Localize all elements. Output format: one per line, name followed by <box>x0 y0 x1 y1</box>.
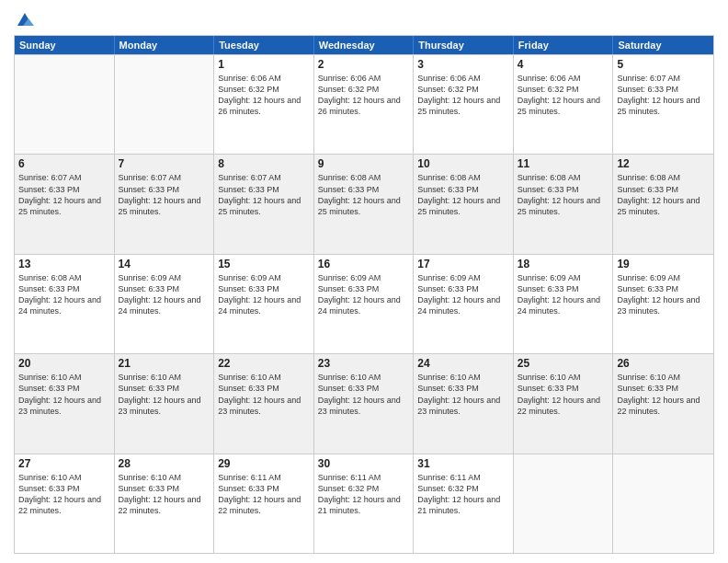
day-number: 5 <box>617 58 710 71</box>
calendar-cell <box>115 55 215 154</box>
day-info: Sunrise: 6:10 AM Sunset: 6:33 PM Dayligh… <box>218 372 310 417</box>
calendar-cell <box>15 55 115 154</box>
day-info: Sunrise: 6:06 AM Sunset: 6:32 PM Dayligh… <box>218 73 310 118</box>
day-number: 13 <box>18 258 110 270</box>
calendar-row: 27Sunrise: 6:10 AM Sunset: 6:33 PM Dayli… <box>15 454 713 553</box>
weekday-header: Wednesday <box>314 36 415 54</box>
day-number: 3 <box>417 58 509 71</box>
calendar-cell: 2Sunrise: 6:06 AM Sunset: 6:32 PM Daylig… <box>314 55 415 154</box>
day-number: 27 <box>18 457 110 470</box>
calendar-cell: 11Sunrise: 6:08 AM Sunset: 6:33 PM Dayli… <box>514 155 614 253</box>
calendar-row: 13Sunrise: 6:08 AM Sunset: 6:33 PM Dayli… <box>15 254 713 353</box>
calendar-cell: 26Sunrise: 6:10 AM Sunset: 6:33 PM Dayli… <box>613 354 713 453</box>
day-info: Sunrise: 6:09 AM Sunset: 6:33 PM Dayligh… <box>518 272 609 317</box>
calendar-cell: 4Sunrise: 6:06 AM Sunset: 6:32 PM Daylig… <box>514 55 614 154</box>
day-info: Sunrise: 6:11 AM Sunset: 6:32 PM Dayligh… <box>417 472 509 517</box>
day-number: 11 <box>518 157 609 170</box>
day-number: 9 <box>318 157 410 170</box>
calendar-cell: 12Sunrise: 6:08 AM Sunset: 6:33 PM Dayli… <box>613 155 713 253</box>
calendar-cell: 8Sunrise: 6:07 AM Sunset: 6:33 PM Daylig… <box>214 155 314 253</box>
calendar-header: SundayMondayTuesdayWednesdayThursdayFrid… <box>15 36 713 54</box>
day-number: 24 <box>417 357 509 370</box>
logo <box>14 9 34 28</box>
day-number: 1 <box>218 58 310 71</box>
day-number: 22 <box>218 357 310 370</box>
day-info: Sunrise: 6:08 AM Sunset: 6:33 PM Dayligh… <box>18 272 110 317</box>
logo-icon <box>16 9 34 28</box>
calendar-cell: 16Sunrise: 6:09 AM Sunset: 6:33 PM Dayli… <box>314 255 415 353</box>
calendar-cell: 21Sunrise: 6:10 AM Sunset: 6:33 PM Dayli… <box>115 354 215 453</box>
weekday-header: Thursday <box>414 36 514 54</box>
day-info: Sunrise: 6:06 AM Sunset: 6:32 PM Dayligh… <box>318 73 410 118</box>
day-info: Sunrise: 6:11 AM Sunset: 6:33 PM Dayligh… <box>218 472 310 517</box>
day-info: Sunrise: 6:09 AM Sunset: 6:33 PM Dayligh… <box>318 272 410 317</box>
day-info: Sunrise: 6:07 AM Sunset: 6:33 PM Dayligh… <box>18 172 110 217</box>
day-number: 18 <box>518 258 609 270</box>
calendar-cell: 29Sunrise: 6:11 AM Sunset: 6:33 PM Dayli… <box>214 454 314 553</box>
calendar-cell: 31Sunrise: 6:11 AM Sunset: 6:32 PM Dayli… <box>414 454 514 553</box>
calendar: SundayMondayTuesdayWednesdayThursdayFrid… <box>14 35 714 554</box>
calendar-cell: 23Sunrise: 6:10 AM Sunset: 6:33 PM Dayli… <box>314 354 415 453</box>
calendar-cell: 27Sunrise: 6:10 AM Sunset: 6:33 PM Dayli… <box>15 454 115 553</box>
day-number: 25 <box>518 357 609 370</box>
day-info: Sunrise: 6:10 AM Sunset: 6:33 PM Dayligh… <box>119 372 210 417</box>
day-number: 29 <box>218 457 310 470</box>
calendar-cell: 3Sunrise: 6:06 AM Sunset: 6:32 PM Daylig… <box>414 55 514 154</box>
day-info: Sunrise: 6:07 AM Sunset: 6:33 PM Dayligh… <box>119 172 210 217</box>
day-info: Sunrise: 6:10 AM Sunset: 6:33 PM Dayligh… <box>18 472 110 517</box>
calendar-cell: 9Sunrise: 6:08 AM Sunset: 6:33 PM Daylig… <box>314 155 415 253</box>
calendar-cell: 28Sunrise: 6:10 AM Sunset: 6:33 PM Dayli… <box>115 454 215 553</box>
day-number: 20 <box>18 357 110 370</box>
day-number: 12 <box>617 157 710 170</box>
calendar-cell: 19Sunrise: 6:09 AM Sunset: 6:33 PM Dayli… <box>613 255 713 353</box>
day-info: Sunrise: 6:10 AM Sunset: 6:33 PM Dayligh… <box>119 472 210 517</box>
day-number: 10 <box>417 157 509 170</box>
day-info: Sunrise: 6:10 AM Sunset: 6:33 PM Dayligh… <box>18 372 110 417</box>
day-number: 4 <box>518 58 609 71</box>
day-info: Sunrise: 6:07 AM Sunset: 6:33 PM Dayligh… <box>617 73 710 118</box>
day-number: 31 <box>417 457 509 470</box>
day-number: 16 <box>318 258 410 270</box>
day-number: 15 <box>218 258 310 270</box>
day-info: Sunrise: 6:10 AM Sunset: 6:33 PM Dayligh… <box>417 372 509 417</box>
weekday-header: Monday <box>115 36 215 54</box>
calendar-cell <box>514 454 614 553</box>
calendar-cell: 10Sunrise: 6:08 AM Sunset: 6:33 PM Dayli… <box>414 155 514 253</box>
calendar-body: 1Sunrise: 6:06 AM Sunset: 6:32 PM Daylig… <box>15 54 713 553</box>
calendar-cell: 14Sunrise: 6:09 AM Sunset: 6:33 PM Dayli… <box>115 255 215 353</box>
day-number: 8 <box>218 157 310 170</box>
calendar-cell: 5Sunrise: 6:07 AM Sunset: 6:33 PM Daylig… <box>613 55 713 154</box>
day-info: Sunrise: 6:11 AM Sunset: 6:32 PM Dayligh… <box>318 472 410 517</box>
day-number: 28 <box>119 457 210 470</box>
day-number: 30 <box>318 457 410 470</box>
day-info: Sunrise: 6:06 AM Sunset: 6:32 PM Dayligh… <box>417 73 509 118</box>
day-info: Sunrise: 6:09 AM Sunset: 6:33 PM Dayligh… <box>417 272 509 317</box>
calendar-cell: 25Sunrise: 6:10 AM Sunset: 6:33 PM Dayli… <box>514 354 614 453</box>
day-info: Sunrise: 6:10 AM Sunset: 6:33 PM Dayligh… <box>318 372 410 417</box>
day-info: Sunrise: 6:10 AM Sunset: 6:33 PM Dayligh… <box>617 372 710 417</box>
calendar-cell: 17Sunrise: 6:09 AM Sunset: 6:33 PM Dayli… <box>414 255 514 353</box>
day-info: Sunrise: 6:09 AM Sunset: 6:33 PM Dayligh… <box>218 272 310 317</box>
day-number: 14 <box>119 258 210 270</box>
day-number: 19 <box>617 258 710 270</box>
day-number: 17 <box>417 258 509 270</box>
day-info: Sunrise: 6:08 AM Sunset: 6:33 PM Dayligh… <box>617 172 710 217</box>
day-info: Sunrise: 6:10 AM Sunset: 6:33 PM Dayligh… <box>518 372 609 417</box>
calendar-cell: 7Sunrise: 6:07 AM Sunset: 6:33 PM Daylig… <box>115 155 215 253</box>
weekday-header: Sunday <box>15 36 115 54</box>
calendar-cell: 13Sunrise: 6:08 AM Sunset: 6:33 PM Dayli… <box>15 255 115 353</box>
calendar-cell: 30Sunrise: 6:11 AM Sunset: 6:32 PM Dayli… <box>314 454 415 553</box>
weekday-header: Tuesday <box>214 36 314 54</box>
calendar-cell <box>613 454 713 553</box>
day-info: Sunrise: 6:08 AM Sunset: 6:33 PM Dayligh… <box>417 172 509 217</box>
day-info: Sunrise: 6:08 AM Sunset: 6:33 PM Dayligh… <box>518 172 609 217</box>
day-info: Sunrise: 6:08 AM Sunset: 6:33 PM Dayligh… <box>318 172 410 217</box>
day-number: 2 <box>318 58 410 71</box>
day-number: 7 <box>119 157 210 170</box>
page: SundayMondayTuesdayWednesdayThursdayFrid… <box>0 0 728 563</box>
day-number: 23 <box>318 357 410 370</box>
weekday-header: Friday <box>514 36 614 54</box>
header <box>14 9 714 28</box>
day-info: Sunrise: 6:09 AM Sunset: 6:33 PM Dayligh… <box>617 272 710 317</box>
day-info: Sunrise: 6:09 AM Sunset: 6:33 PM Dayligh… <box>119 272 210 317</box>
